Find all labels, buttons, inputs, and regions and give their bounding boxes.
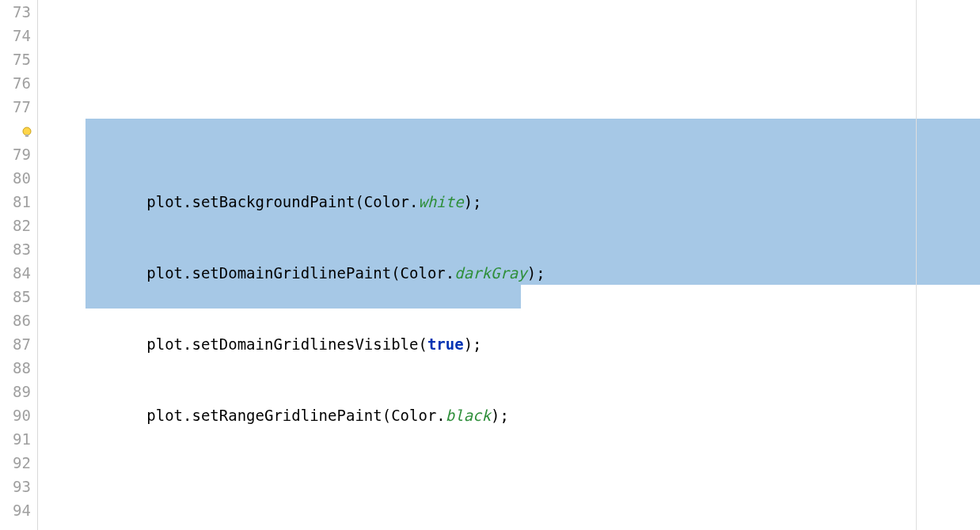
line-number: 87 — [0, 332, 37, 356]
line-number: 81 — [0, 190, 37, 214]
code-line[interactable] — [38, 475, 980, 498]
line-number: 85 — [0, 285, 37, 309]
line-number: 77 — [0, 95, 37, 119]
line-number: 92 — [0, 451, 37, 475]
line-number: 91 — [0, 427, 37, 451]
line-number: 84 — [0, 261, 37, 285]
code-line[interactable]: plot.setDomainGridlinePaint(Color.darkGr… — [38, 261, 980, 285]
line-number: 90 — [0, 403, 37, 427]
selection-bg — [85, 285, 521, 309]
svg-point-0 — [23, 127, 31, 135]
line-number: 89 — [0, 380, 37, 403]
line-number: 79 — [0, 142, 37, 166]
gutter-bulb-row[interactable] — [0, 119, 37, 142]
line-number: 80 — [0, 166, 37, 190]
code-line[interactable]: plot.setDomainGridlinesVisible(true); — [38, 332, 980, 356]
line-number: 94 — [0, 498, 37, 522]
line-number: 93 — [0, 475, 37, 498]
code-line[interactable]: plot.setRangeGridlinePaint(Color.black); — [38, 403, 980, 427]
code-editor[interactable]: 73 74 75 76 77 79 80 81 82 83 84 85 86 8… — [0, 0, 980, 530]
line-number: 82 — [0, 214, 37, 237]
line-number: 73 — [0, 0, 37, 24]
gutter: 73 74 75 76 77 79 80 81 82 83 84 85 86 8… — [0, 0, 38, 530]
code-area[interactable]: plot.setBackgroundPaint(Color.white); pl… — [38, 0, 980, 530]
svg-rect-1 — [25, 134, 28, 137]
lightbulb-icon[interactable] — [21, 127, 32, 138]
line-number: 74 — [0, 24, 37, 47]
line-number: 76 — [0, 71, 37, 95]
line-number: 83 — [0, 237, 37, 261]
line-number: 86 — [0, 309, 37, 332]
code-line[interactable]: plot.setBackgroundPaint(Color.white); — [38, 190, 980, 214]
line-number: 88 — [0, 356, 37, 380]
line-number: 75 — [0, 47, 37, 71]
